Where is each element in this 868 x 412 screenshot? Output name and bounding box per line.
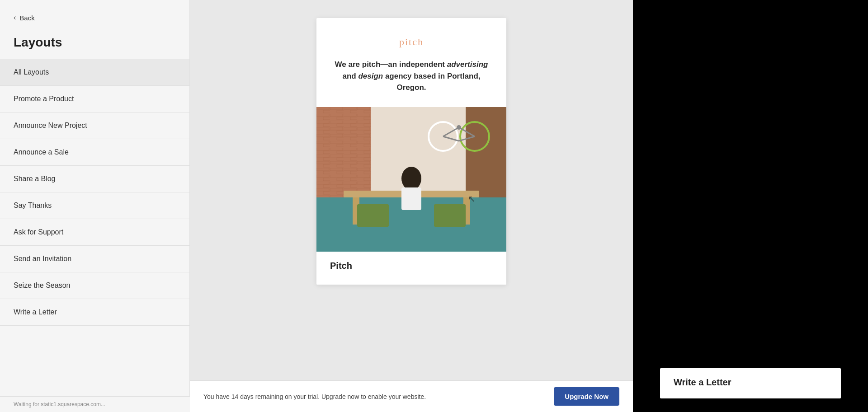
- template-name: Pitch: [330, 261, 493, 271]
- back-button[interactable]: ‹ Back: [0, 14, 189, 31]
- right-panel: Write a Letter: [633, 0, 868, 412]
- main-content: pitch We are pitch—an independent advert…: [190, 0, 633, 412]
- tagline: We are pitch—an independent advertising …: [335, 59, 488, 94]
- svg-text:↖: ↖: [468, 194, 476, 204]
- svg-point-18: [457, 125, 461, 130]
- nav-link-share-blog[interactable]: Share a Blog: [0, 166, 189, 192]
- page-title: Layouts: [0, 31, 189, 59]
- back-arrow-icon: ‹: [14, 14, 16, 22]
- nav-item-all-layouts: All Layouts: [0, 59, 189, 85]
- nav-item-send-invitation: Send an Invitation: [0, 245, 189, 272]
- back-label: Back: [19, 14, 34, 22]
- svg-rect-9: [434, 204, 466, 227]
- nav-link-send-invitation[interactable]: Send an Invitation: [0, 246, 189, 272]
- card-bottom: Pitch: [316, 252, 506, 285]
- nav-item-ask-for-support: Ask for Support: [0, 219, 189, 245]
- nav-item-write-letter: Write a Letter: [0, 299, 189, 326]
- nav-link-announce-sale[interactable]: Announce a Sale: [0, 139, 189, 165]
- sidebar: ‹ Back Layouts All LayoutsPromote a Prod…: [0, 0, 190, 412]
- nav-item-promote-product: Promote a Product: [0, 85, 189, 112]
- card-top: pitch We are pitch—an independent advert…: [316, 18, 506, 107]
- nav-link-announce-new-project[interactable]: Announce New Project: [0, 112, 189, 139]
- brand-name: pitch: [335, 36, 488, 48]
- status-text: Waiting for static1.squarespace.com...: [14, 401, 105, 407]
- nav-link-ask-for-support[interactable]: Ask for Support: [0, 219, 189, 245]
- nav-link-all-layouts[interactable]: All Layouts: [0, 59, 189, 85]
- nav-link-promote-product[interactable]: Promote a Product: [0, 86, 189, 112]
- upgrade-bar: You have 14 days remaining on your trial…: [190, 380, 633, 412]
- photo-section: ↖: [316, 107, 506, 252]
- nav-item-say-thanks: Say Thanks: [0, 192, 189, 219]
- nav-item-announce-sale: Announce a Sale: [0, 139, 189, 165]
- upgrade-message: You have 14 days remaining on your trial…: [203, 393, 426, 400]
- status-bar: Waiting for static1.squarespace.com...: [0, 396, 190, 412]
- next-template-name: Write a Letter: [674, 377, 827, 388]
- nav-link-write-letter[interactable]: Write a Letter: [0, 299, 189, 325]
- preview-card: pitch We are pitch—an independent advert…: [316, 18, 506, 285]
- svg-rect-11: [401, 187, 421, 210]
- office-illustration: ↖: [316, 107, 506, 252]
- upgrade-now-button[interactable]: Upgrade Now: [554, 387, 619, 406]
- svg-rect-8: [357, 204, 389, 227]
- nav-link-say-thanks[interactable]: Say Thanks: [0, 192, 189, 219]
- next-item-teaser: Write a Letter: [660, 368, 841, 398]
- nav-item-announce-new-project: Announce New Project: [0, 112, 189, 139]
- svg-point-10: [401, 167, 421, 190]
- nav-item-share-blog: Share a Blog: [0, 165, 189, 192]
- nav-item-seize-season: Seize the Season: [0, 272, 189, 299]
- nav-link-seize-season[interactable]: Seize the Season: [0, 272, 189, 299]
- nav-list: All LayoutsPromote a ProductAnnounce New…: [0, 59, 189, 326]
